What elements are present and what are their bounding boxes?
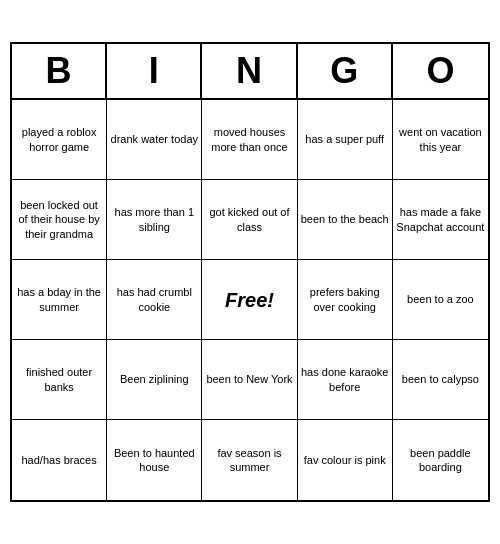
bingo-cell-13[interactable]: prefers baking over cooking <box>298 260 393 340</box>
bingo-cell-10[interactable]: has a bday in the summer <box>12 260 107 340</box>
bingo-card: BINGO played a roblox horror gamedrank w… <box>10 42 490 502</box>
bingo-cell-18[interactable]: has done karaoke before <box>298 340 393 420</box>
bingo-cell-24[interactable]: been paddle boarding <box>393 420 488 500</box>
bingo-cell-22[interactable]: fav season is summer <box>202 420 297 500</box>
bingo-cell-21[interactable]: Been to haunted house <box>107 420 202 500</box>
bingo-cell-11[interactable]: has had crumbl cookie <box>107 260 202 340</box>
bingo-letter-n: N <box>202 44 297 98</box>
bingo-cell-0[interactable]: played a roblox horror game <box>12 100 107 180</box>
bingo-cell-23[interactable]: fav colour is pink <box>298 420 393 500</box>
bingo-cell-19[interactable]: been to calypso <box>393 340 488 420</box>
bingo-cell-1[interactable]: drank water today <box>107 100 202 180</box>
bingo-letter-g: G <box>298 44 393 98</box>
bingo-header: BINGO <box>12 44 488 100</box>
bingo-cell-2[interactable]: moved houses more than once <box>202 100 297 180</box>
bingo-cell-8[interactable]: been to the beach <box>298 180 393 260</box>
bingo-letter-o: O <box>393 44 488 98</box>
bingo-cell-16[interactable]: Been ziplining <box>107 340 202 420</box>
bingo-cell-7[interactable]: got kicked out of class <box>202 180 297 260</box>
bingo-cell-5[interactable]: been locked out of their house by their … <box>12 180 107 260</box>
bingo-cell-4[interactable]: went on vacation this year <box>393 100 488 180</box>
bingo-cell-17[interactable]: been to New York <box>202 340 297 420</box>
bingo-cell-3[interactable]: has a super puff <box>298 100 393 180</box>
bingo-cell-20[interactable]: had/has braces <box>12 420 107 500</box>
bingo-grid: played a roblox horror gamedrank water t… <box>12 100 488 500</box>
bingo-cell-9[interactable]: has made a fake Snapchat account <box>393 180 488 260</box>
bingo-cell-14[interactable]: been to a zoo <box>393 260 488 340</box>
bingo-letter-i: I <box>107 44 202 98</box>
bingo-cell-12[interactable]: Free! <box>202 260 297 340</box>
bingo-letter-b: B <box>12 44 107 98</box>
bingo-cell-15[interactable]: finished outer banks <box>12 340 107 420</box>
bingo-cell-6[interactable]: has more than 1 sibling <box>107 180 202 260</box>
